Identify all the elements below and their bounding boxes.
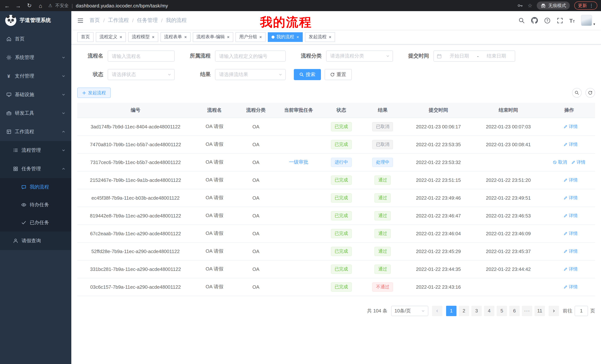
page-button[interactable]: 5: [497, 306, 507, 316]
end-time: 2022-01-22 23:51:20: [486, 177, 531, 183]
nav-tab[interactable]: 首页 ×: [77, 32, 94, 42]
sidebar-item-workflow[interactable]: 工作流程: [0, 123, 71, 141]
sidebar-item-devtools[interactable]: 研发工具: [0, 104, 71, 123]
app-logo-row[interactable]: 芋道管理系统: [0, 11, 71, 30]
user-menu[interactable]: ▾: [581, 15, 595, 26]
detail-link[interactable]: 详情: [564, 266, 578, 272]
key-icon[interactable]: [517, 3, 523, 9]
process-name-input[interactable]: [108, 50, 175, 62]
breadcrumb-item[interactable]: 首页: [90, 17, 100, 24]
process-name: OA 请假: [206, 124, 223, 129]
browser-home-icon[interactable]: ⌂: [37, 2, 44, 9]
goto-page-input[interactable]: [575, 306, 588, 316]
sidebar-item-task-management[interactable]: 任务管理: [0, 160, 71, 178]
home-icon: [6, 36, 11, 42]
breadcrumb-item[interactable]: 任务管理: [137, 17, 158, 24]
sidebar-collapse-icon[interactable]: [77, 17, 84, 24]
cancel-link[interactable]: 取消: [553, 159, 567, 165]
reset-button-label: 重置: [337, 71, 346, 78]
detail-link[interactable]: 详情: [564, 195, 578, 201]
sidebar: 芋道管理系统 首页 系统管理 ¥ 支付管理: [0, 11, 71, 364]
nav-tab[interactable]: 我的流程 ×: [268, 32, 303, 42]
browser-menu-icon[interactable]: ⋮: [589, 3, 594, 8]
page-button[interactable]: 4: [484, 306, 494, 316]
reload-icon[interactable]: ↻: [26, 2, 33, 9]
prev-page-button[interactable]: [432, 306, 442, 316]
sidebar-item-home[interactable]: 首页: [0, 30, 71, 48]
close-icon[interactable]: ×: [227, 35, 230, 39]
avatar[interactable]: [581, 15, 592, 26]
detail-link[interactable]: 详情: [564, 230, 578, 237]
table-row: 819442e8-7b9a-11ec-a290-acde48001122 OA …: [77, 207, 595, 224]
help-icon[interactable]: ?: [544, 17, 551, 24]
page-content: 流程名 所属流程 流程分类 请选择流程分类: [71, 45, 601, 364]
forward-icon[interactable]: →: [15, 2, 21, 9]
detail-link[interactable]: 详情: [564, 248, 578, 254]
sidebar-item-process-management[interactable]: 流程管理: [0, 141, 71, 160]
search-button[interactable]: 搜索: [294, 69, 321, 80]
nav-tab[interactable]: 发起流程 ×: [305, 32, 335, 42]
sidebar-item-leave-query[interactable]: 请假查询: [0, 231, 71, 250]
page-button[interactable]: 2: [459, 306, 469, 316]
detail-link[interactable]: 详情: [564, 212, 578, 219]
sidebar-item-payment[interactable]: ¥ 支付管理: [0, 67, 71, 85]
sidebar-item-infrastructure[interactable]: 基础设施: [0, 85, 71, 104]
close-icon[interactable]: ×: [296, 35, 299, 39]
create-process-button[interactable]: 发起流程: [77, 87, 111, 98]
nav-tab[interactable]: 流程模型 ×: [128, 32, 158, 42]
update-label: 更新: [578, 2, 587, 9]
current-task-link[interactable]: 一级审批: [289, 159, 308, 165]
close-icon[interactable]: ×: [120, 35, 122, 39]
search-icon[interactable]: [519, 17, 525, 24]
fullscreen-icon[interactable]: [557, 17, 563, 24]
back-icon[interactable]: ←: [4, 2, 10, 9]
nav-tab[interactable]: 流程表单 ×: [160, 32, 190, 42]
process-id: ec45f38f-7b9a-11ec-b03b-acde48001122: [91, 195, 180, 201]
detail-link[interactable]: 详情: [564, 141, 578, 147]
page-size-select[interactable]: 10条/页: [391, 306, 428, 316]
refresh-button[interactable]: [585, 88, 595, 98]
process-category: OA: [252, 124, 260, 129]
detail-link[interactable]: 详情: [564, 123, 578, 130]
next-page-button[interactable]: [549, 306, 559, 316]
toggle-search-button[interactable]: [572, 88, 582, 98]
process-category: OA: [252, 231, 260, 236]
sidebar-item-done-tasks[interactable]: 已办任务: [0, 214, 71, 231]
page-button[interactable]: 3: [471, 306, 482, 316]
close-icon[interactable]: ×: [259, 35, 262, 39]
process-name: OA 请假: [206, 248, 223, 254]
nav-tab[interactable]: 用户分组 ×: [235, 32, 266, 42]
breadcrumb-item[interactable]: 工作流程: [108, 17, 129, 24]
date-range-picker[interactable]: 开始日期 - 结束日期: [433, 50, 515, 62]
page-button[interactable]: 6: [509, 306, 520, 316]
status-badge: 已完成: [331, 247, 352, 256]
detail-link[interactable]: 详情: [571, 159, 585, 165]
github-icon[interactable]: [531, 17, 538, 24]
nav-tab[interactable]: 流程表单-编辑 ×: [193, 32, 233, 42]
close-icon[interactable]: ×: [152, 35, 155, 39]
breadcrumb-separator: /: [132, 18, 134, 23]
sidebar-item-system[interactable]: 系统管理: [0, 48, 71, 67]
update-button[interactable]: 更新 ⋮: [574, 1, 597, 10]
close-icon[interactable]: ×: [329, 35, 331, 39]
font-size-icon[interactable]: TT: [570, 18, 575, 23]
process-category: OA: [252, 284, 260, 290]
close-icon[interactable]: ×: [184, 35, 187, 39]
sidebar-item-my-process[interactable]: 我的流程: [0, 178, 71, 196]
page-button[interactable]: 11: [534, 306, 545, 316]
goto-page: 前往 页: [563, 306, 595, 316]
reset-button[interactable]: 重置: [325, 69, 352, 80]
process-def-input[interactable]: [215, 50, 286, 62]
status-select[interactable]: 请选择状态: [108, 69, 175, 80]
detail-link[interactable]: 详情: [564, 177, 578, 183]
detail-link[interactable]: 详情: [564, 284, 578, 290]
bookmark-star-icon[interactable]: ☆: [528, 3, 532, 9]
page-button[interactable]: 1: [446, 306, 457, 316]
column-header: 操作: [543, 103, 595, 118]
nav-tab[interactable]: 流程定义 ×: [96, 32, 126, 42]
page-button[interactable]: ···: [522, 306, 532, 316]
result-select[interactable]: 请选择流结果: [215, 69, 286, 80]
category-select[interactable]: 请选择流程分类: [326, 50, 393, 62]
address-bar[interactable]: ⚠ 不安全 | dashboard.yudao.iocoder.cn/bpm/t…: [48, 2, 513, 9]
sidebar-item-todo-tasks[interactable]: 待办任务: [0, 196, 71, 214]
